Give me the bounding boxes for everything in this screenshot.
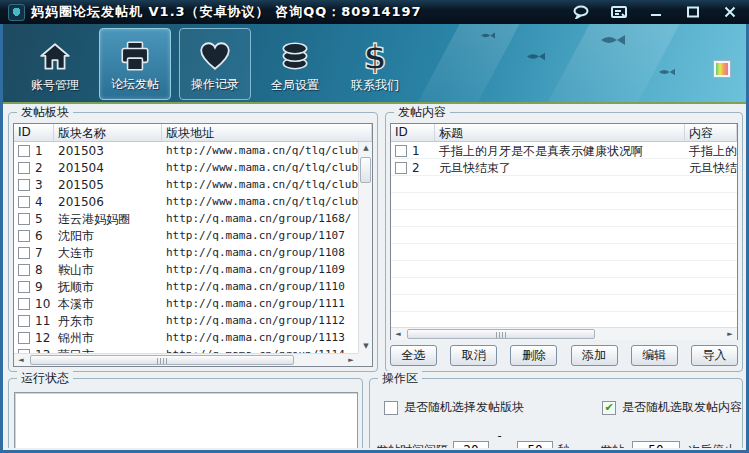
table-row[interactable]: 6沈阳市http://q.mama.cn/group/1107: [14, 227, 358, 244]
table-row[interactable]: 5连云港妈妈圈http://q.mama.cn/group/1168/: [14, 210, 358, 227]
table-row[interactable]: 2元旦快结束了元旦快结束了: [391, 159, 737, 176]
horizontal-scrollbar[interactable]: ◄ ►: [14, 353, 358, 366]
row-checkbox[interactable]: [18, 230, 30, 242]
table-row[interactable]: 1201503http://www.mama.cn/q/tlq/club201: [14, 142, 358, 159]
toolbar-item-account-management[interactable]: 账号管理: [19, 28, 91, 100]
row-checkbox[interactable]: [18, 213, 30, 225]
app-window: 妈妈圈论坛发帖机 V1.3（安卓协议） 咨询QQ：80914197 账号管理论坛…: [0, 0, 749, 453]
table-cell-url: http://www.mama.cn/q/tlq/club201: [162, 176, 358, 193]
color-palette-icon[interactable]: [714, 61, 730, 77]
toolbar-item-label: 全局设置: [271, 77, 319, 94]
row-checkbox[interactable]: [18, 315, 30, 327]
table-row[interactable]: 3201505http://www.mama.cn/q/tlq/club201: [14, 176, 358, 193]
table-cell-name: 201506: [54, 193, 162, 210]
table-cell-name: 201504: [54, 159, 162, 176]
scroll-right-icon[interactable]: ►: [344, 354, 358, 367]
column-header-post-title[interactable]: 标题: [435, 124, 685, 141]
home-icon: [38, 37, 72, 77]
scrollbar-thumb[interactable]: [407, 329, 595, 339]
edit-button[interactable]: 编辑: [631, 345, 678, 366]
fish-decoration: [600, 34, 626, 46]
row-checkbox[interactable]: [395, 162, 407, 174]
table-row[interactable]: 12锦州市http://q.mama.cn/group/1113: [14, 329, 358, 346]
toolbar: 账号管理论坛发帖操作记录全局设置$联系我们: [3, 24, 746, 104]
row-checkbox[interactable]: [18, 281, 30, 293]
table-cell-title: 元旦快结束了: [435, 159, 685, 176]
table-row[interactable]: 10本溪市http://q.mama.cn/group/1111: [14, 295, 358, 312]
row-checkbox[interactable]: [18, 332, 30, 344]
toolbar-item-label: 联系我们: [351, 77, 399, 94]
content-table: ID 标题 内容 1手指上的月牙是不是真表示健康状况啊手指上的月牙是不是真表示健…: [390, 123, 738, 340]
column-header-id[interactable]: ID: [391, 124, 435, 141]
scrollbar-thumb[interactable]: [360, 157, 371, 183]
boards-panel-title: 发帖板块: [17, 105, 73, 120]
minimize-icon[interactable]: [645, 4, 667, 20]
scroll-left-icon[interactable]: ◄: [14, 354, 28, 367]
table-row[interactable]: 9抚顺市http://q.mama.cn/group/1110: [14, 278, 358, 295]
fish-decoration: [526, 52, 546, 61]
vertical-scrollbar[interactable]: ▲ ▼: [358, 142, 372, 353]
row-checkbox[interactable]: [18, 298, 30, 310]
column-header-board-name[interactable]: 版块名称: [54, 124, 162, 141]
random-content-checkbox[interactable]: ✔: [602, 401, 616, 415]
table-row[interactable]: 13营口市http://q.mama.cn/group/1114: [14, 346, 358, 353]
table-cell-name: 锦州市: [54, 329, 162, 346]
light-ray-decoration: [396, 24, 530, 104]
delete-button[interactable]: 删除: [510, 345, 557, 366]
add-button[interactable]: 添加: [571, 345, 618, 366]
run-status-log[interactable]: [14, 392, 358, 448]
boards-table: ID 版块名称 版块地址 1201503http://www.mama.cn/q…: [13, 123, 373, 367]
table-cell-id: 3: [14, 176, 54, 193]
table-row[interactable]: 1手指上的月牙是不是真表示健康状况啊手指上的月牙是不是真表示健康状况啊: [391, 142, 737, 159]
table-row[interactable]: 4201506http://www.mama.cn/q/tlq/club201: [14, 193, 358, 210]
row-checkbox[interactable]: [18, 264, 30, 276]
operation-checkbox-row: ✔ 是否随机选择发帖版块 ✔ 是否随机选取发帖内容: [384, 399, 742, 416]
interval-from-input[interactable]: [453, 441, 489, 449]
maximize-icon[interactable]: [682, 4, 704, 20]
toolbar-item-contact-us[interactable]: $联系我们: [339, 28, 411, 100]
boards-groupbox: 发帖板块 ID 版块名称 版块地址 1201503http://www.mama…: [8, 112, 378, 372]
row-checkbox[interactable]: [18, 145, 30, 157]
table-cell-id: 2: [391, 159, 435, 176]
table-row[interactable]: 8鞍山市http://q.mama.cn/group/1109: [14, 261, 358, 278]
scrollbar-thumb[interactable]: [30, 355, 294, 365]
scroll-left-icon[interactable]: ◄: [391, 328, 405, 341]
table-cell-name: 201503: [54, 142, 162, 159]
table-row[interactable]: 11丹东市http://q.mama.cn/group/1112: [14, 312, 358, 329]
scroll-right-icon[interactable]: ►: [723, 328, 737, 341]
row-checkbox[interactable]: [18, 196, 30, 208]
column-header-board-url[interactable]: 版块地址: [162, 124, 372, 141]
table-cell-id: 6: [14, 227, 54, 244]
import-button[interactable]: 导入: [691, 345, 738, 366]
stop-count-input[interactable]: [632, 441, 680, 449]
random-board-checkbox[interactable]: ✔: [384, 401, 398, 415]
interval-to-input[interactable]: [517, 441, 553, 449]
scroll-up-icon[interactable]: ▲: [359, 142, 373, 155]
fish-decoration: [658, 68, 676, 76]
column-header-post-content[interactable]: 内容: [685, 124, 737, 141]
row-checkbox[interactable]: [18, 247, 30, 259]
row-checkbox[interactable]: [395, 145, 407, 157]
feedback-icon[interactable]: [608, 4, 630, 20]
content-groupbox: 发帖内容 ID 标题 内容 1手指上的月牙是不是真表示健康状况啊手指上的月牙是不…: [385, 112, 743, 372]
table-row[interactable]: 2201504http://www.mama.cn/q/tlq/club201: [14, 159, 358, 176]
table-row[interactable]: 7大连市http://q.mama.cn/group/1108: [14, 244, 358, 261]
toolbar-item-label: 账号管理: [31, 77, 79, 94]
row-checkbox[interactable]: [18, 162, 30, 174]
column-header-id[interactable]: ID: [14, 124, 54, 141]
select-all-button[interactable]: 全选: [390, 345, 437, 366]
table-cell-content: 元旦快结束了: [685, 159, 737, 176]
printer-icon: [118, 36, 152, 76]
toolbar-item-global-settings[interactable]: 全局设置: [259, 28, 331, 100]
toolbar-item-forum-posting[interactable]: 论坛发帖: [99, 28, 171, 100]
scroll-down-icon[interactable]: ▼: [359, 340, 373, 353]
horizontal-scrollbar[interactable]: ◄ ►: [391, 327, 737, 340]
table-cell-url: http://q.mama.cn/group/1108: [162, 244, 358, 261]
stop-suffix-label: 次后停止: [688, 442, 736, 449]
toolbar-item-operation-log[interactable]: 操作记录: [179, 28, 251, 100]
content-panel-title: 发帖内容: [394, 105, 450, 120]
close-icon[interactable]: [719, 4, 741, 20]
cancel-button[interactable]: 取消: [450, 345, 497, 366]
row-checkbox[interactable]: [18, 179, 30, 191]
chat-icon[interactable]: [571, 4, 593, 20]
